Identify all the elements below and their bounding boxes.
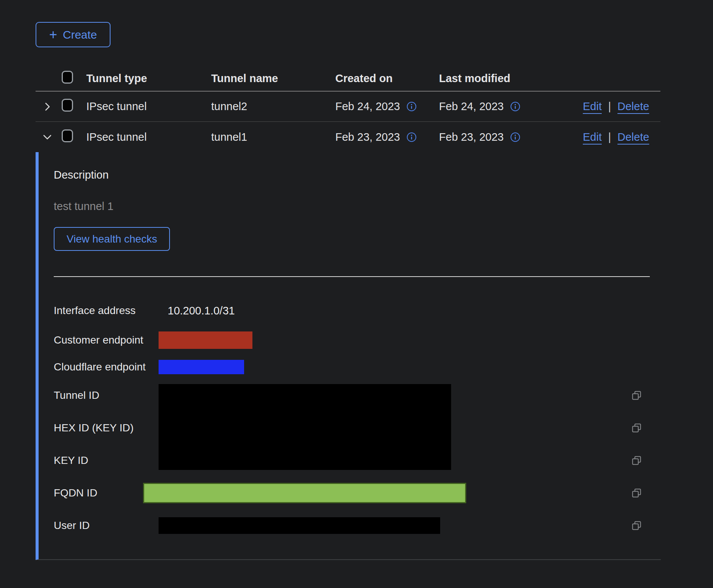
- panel-divider: [54, 276, 650, 277]
- description-value: test tunnel 1: [54, 200, 661, 213]
- tunnel-id-label: Tunnel ID: [54, 389, 159, 401]
- cloudflare-endpoint-redacted-value: [159, 360, 244, 374]
- cloudflare-endpoint-row: Cloudflare endpoint: [54, 355, 661, 379]
- copy-fqdn-id-button[interactable]: [630, 487, 643, 499]
- view-health-checks-button[interactable]: View health checks: [54, 227, 170, 251]
- expanded-tunnel-panel: Description test tunnel 1 View health ch…: [36, 152, 661, 560]
- row-checkbox[interactable]: [62, 129, 73, 142]
- header-tunnel-name: Tunnel name: [211, 72, 335, 85]
- key-id-label: KEY ID: [54, 454, 159, 467]
- cloudflare-endpoint-label: Cloudflare endpoint: [54, 361, 159, 373]
- created-on-value: Feb 24, 2023: [335, 100, 400, 113]
- tunnel-name-cell: tunnel1: [211, 131, 335, 143]
- last-modified-value: Feb 23, 2023: [439, 131, 504, 143]
- select-all-checkbox[interactable]: [62, 71, 73, 84]
- edit-link[interactable]: Edit: [583, 100, 602, 113]
- user-id-row: User ID: [54, 509, 661, 542]
- info-icon[interactable]: [510, 132, 520, 142]
- info-icon[interactable]: [510, 101, 520, 112]
- create-button[interactable]: + Create: [36, 22, 111, 47]
- tunnel-name-cell: tunnel2: [211, 100, 335, 113]
- user-id-label: User ID: [54, 520, 159, 532]
- customer-endpoint-redacted-value: [159, 331, 252, 349]
- fqdn-id-redacted-value: [143, 483, 466, 503]
- copy-icon: [631, 423, 642, 433]
- copy-tunnel-id-button[interactable]: [630, 389, 643, 401]
- interface-address-value: 10.200.1.0/31: [168, 305, 235, 317]
- customer-endpoint-label: Customer endpoint: [54, 334, 159, 346]
- tunnels-table: Tunnel type Tunnel name Created on Last …: [36, 66, 660, 152]
- table-row-tunnel2: IPsec tunnel tunnel2 Feb 24, 2023 Feb 24…: [36, 92, 660, 122]
- id-fields-group: Tunnel ID HEX ID (KEY ID): [54, 379, 661, 477]
- copy-hex-id-button[interactable]: [630, 422, 643, 434]
- header-tunnel-type: Tunnel type: [86, 72, 211, 85]
- tunnel-details: Interface address 10.200.1.0/31 Customer…: [54, 296, 661, 542]
- last-modified-value: Feb 24, 2023: [439, 100, 504, 113]
- hex-id-label: HEX ID (KEY ID): [54, 422, 159, 434]
- info-icon[interactable]: [406, 132, 417, 142]
- expand-row-button[interactable]: [41, 100, 54, 113]
- action-separator: |: [608, 100, 611, 113]
- created-on-value: Feb 23, 2023: [335, 131, 400, 143]
- plus-icon: +: [49, 28, 57, 42]
- user-id-redacted-value: [159, 517, 440, 534]
- copy-icon: [631, 488, 642, 498]
- copy-key-id-button[interactable]: [630, 454, 643, 467]
- interface-address-label: Interface address: [54, 305, 159, 317]
- copy-icon: [631, 520, 642, 531]
- delete-link[interactable]: Delete: [618, 100, 649, 113]
- chevron-right-icon: [42, 102, 52, 112]
- collapse-row-button[interactable]: [41, 131, 54, 143]
- copy-icon: [631, 390, 642, 401]
- info-icon[interactable]: [406, 101, 417, 112]
- table-header: Tunnel type Tunnel name Created on Last …: [36, 66, 660, 92]
- delete-link[interactable]: Delete: [618, 131, 649, 143]
- header-created-on: Created on: [335, 72, 439, 85]
- edit-link[interactable]: Edit: [583, 131, 602, 143]
- fqdn-id-row: FQDN ID: [54, 477, 661, 509]
- action-separator: |: [608, 131, 611, 143]
- ids-redacted-value: [159, 384, 451, 470]
- description-heading: Description: [54, 169, 661, 181]
- tunnels-page: + Create Tunnel type Tunnel name Created…: [0, 0, 713, 560]
- tunnel-type-cell: IPsec tunnel: [86, 131, 211, 143]
- chevron-down-icon: [42, 132, 52, 142]
- create-button-label: Create: [63, 28, 97, 41]
- interface-address-row: Interface address 10.200.1.0/31: [54, 296, 661, 325]
- copy-icon: [631, 455, 642, 466]
- customer-endpoint-row: Customer endpoint: [54, 325, 661, 355]
- header-last-modified: Last modified: [439, 72, 583, 85]
- row-checkbox[interactable]: [62, 99, 73, 112]
- table-row-tunnel1: IPsec tunnel tunnel1 Feb 23, 2023 Feb 23…: [36, 122, 660, 152]
- tunnel-type-cell: IPsec tunnel: [86, 100, 211, 113]
- copy-user-id-button[interactable]: [630, 520, 643, 532]
